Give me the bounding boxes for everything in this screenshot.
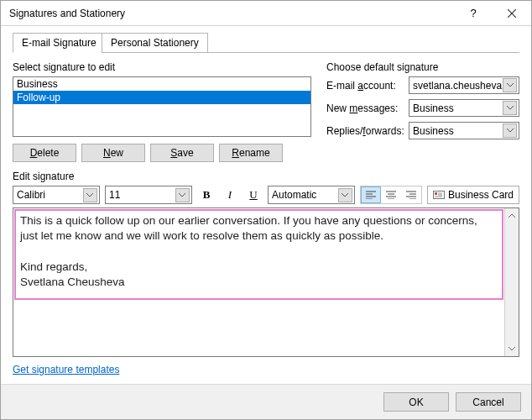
align-center-icon bbox=[386, 191, 396, 199]
tab-email-signature[interactable]: E-mail Signature bbox=[13, 33, 106, 53]
window-title: Signatures and Stationery bbox=[9, 8, 454, 19]
edit-signature-label: Edit signature bbox=[13, 171, 519, 182]
select-value: Business bbox=[413, 125, 454, 137]
svg-rect-15 bbox=[435, 192, 437, 195]
select-value: Automatic bbox=[272, 189, 316, 201]
get-templates-link[interactable]: Get signature templates bbox=[13, 364, 119, 375]
svg-line-0 bbox=[508, 9, 516, 18]
replies-forwards-select[interactable]: Business bbox=[409, 122, 519, 139]
align-group bbox=[360, 186, 422, 204]
chevron-down-icon bbox=[503, 78, 517, 92]
tab-strip: E-mail Signature Personal Stationery bbox=[13, 33, 519, 53]
business-card-icon bbox=[433, 190, 445, 200]
tab-label: E-mail Signature bbox=[22, 37, 96, 49]
editor-toolbar: Calibri 11 B I U Automatic bbox=[13, 186, 519, 204]
editor-line: Svetlana Cheusheva bbox=[20, 275, 498, 290]
email-account-select[interactable]: svetlana.cheusheva bbox=[409, 76, 519, 94]
dialog-footer: OK Cancel bbox=[1, 384, 531, 419]
signature-list[interactable]: Business Follow-up bbox=[13, 76, 311, 137]
chevron-down-icon bbox=[338, 188, 352, 202]
email-account-label: E-mail account: bbox=[326, 80, 404, 92]
delete-button[interactable]: Delete bbox=[13, 144, 76, 162]
underline-button[interactable]: U bbox=[244, 186, 263, 204]
align-left-button[interactable] bbox=[361, 186, 381, 203]
new-button[interactable]: New bbox=[81, 144, 145, 162]
editor-wrap: This is a quick follow up on our earlier… bbox=[13, 207, 519, 357]
font-size-select[interactable]: 11 bbox=[105, 186, 192, 204]
scroll-up-icon[interactable] bbox=[505, 208, 519, 223]
signature-editor[interactable]: This is a quick follow up on our earlier… bbox=[13, 208, 504, 356]
font-color-select[interactable]: Automatic bbox=[268, 186, 355, 204]
font-family-select[interactable]: Calibri bbox=[13, 186, 100, 204]
close-button[interactable] bbox=[493, 1, 531, 26]
signatures-dialog: Signatures and Stationery ? E-mail Signa… bbox=[0, 0, 532, 420]
choose-default-label: Choose default signature bbox=[326, 61, 519, 73]
dialog-body: E-mail Signature Personal Stationery Sel… bbox=[1, 26, 531, 384]
rename-button[interactable]: Rename bbox=[219, 144, 283, 162]
ok-button[interactable]: OK bbox=[383, 392, 449, 412]
select-value: svetlana.cheusheva bbox=[413, 80, 502, 92]
select-value: 11 bbox=[109, 189, 120, 201]
business-card-button[interactable]: Business Card bbox=[427, 186, 519, 204]
editor-blank bbox=[20, 244, 498, 259]
tab-label: Personal Stationery bbox=[111, 37, 199, 49]
svg-line-1 bbox=[508, 9, 516, 18]
align-right-icon bbox=[406, 191, 416, 199]
editor-line: This is a quick follow up on our earlier… bbox=[20, 213, 498, 244]
signature-item-followup[interactable]: Follow-up bbox=[13, 91, 310, 104]
editor-line: Kind regards, bbox=[20, 260, 498, 275]
chevron-down-icon bbox=[83, 188, 97, 202]
tab-personal-stationery[interactable]: Personal Stationery bbox=[102, 33, 208, 53]
new-messages-label: New messages: bbox=[326, 102, 404, 114]
align-left-icon bbox=[366, 191, 376, 199]
save-button[interactable]: Save bbox=[150, 144, 214, 162]
chevron-down-icon bbox=[175, 188, 190, 202]
scroll-down-icon[interactable] bbox=[505, 342, 519, 356]
new-messages-select[interactable]: Business bbox=[409, 99, 519, 117]
cancel-button[interactable]: Cancel bbox=[456, 392, 521, 412]
align-right-button[interactable] bbox=[401, 186, 421, 203]
select-value: Business bbox=[413, 102, 454, 114]
signature-item-business[interactable]: Business bbox=[13, 77, 310, 91]
italic-button[interactable]: I bbox=[221, 186, 239, 204]
titlebar: Signatures and Stationery ? bbox=[1, 1, 531, 26]
align-center-button[interactable] bbox=[381, 186, 401, 203]
chevron-down-icon bbox=[503, 101, 517, 115]
close-icon bbox=[508, 9, 516, 18]
bold-button[interactable]: B bbox=[197, 186, 216, 204]
editor-scrollbar[interactable] bbox=[504, 208, 519, 356]
help-button[interactable]: ? bbox=[454, 1, 493, 26]
replies-forwards-label: Replies/forwards: bbox=[326, 125, 404, 137]
select-value: Calibri bbox=[17, 189, 45, 201]
business-card-label: Business Card bbox=[448, 189, 514, 201]
chevron-down-icon bbox=[503, 123, 517, 138]
select-signature-label: Select signature to edit bbox=[13, 61, 311, 73]
